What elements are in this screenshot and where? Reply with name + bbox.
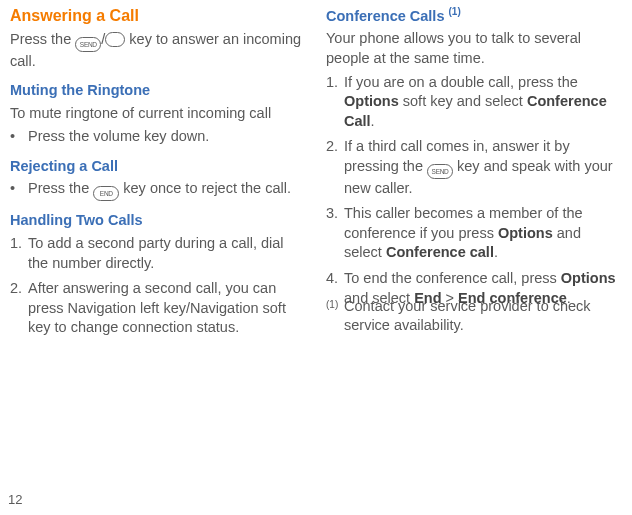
heading-answering-call: Answering a Call [10,5,306,27]
conference-item-1: 1. If you are on a double call, press th… [326,73,622,132]
send-key-icon: SEND [427,164,453,179]
conference-item-2: 2. If a third call comes in, answer it b… [326,137,622,198]
list-number: 2. [326,137,344,198]
ok-key-icon [105,32,125,47]
heading-conference-sup: (1) [449,6,461,17]
rejecting-a: Press the [28,180,93,196]
rejecting-bullet: • Press the END key once to reject the c… [10,179,306,201]
rejecting-b: key once to reject the call. [119,180,291,196]
footnote: (1) Contact your service provider to che… [326,297,612,336]
c3b: Options [498,225,553,241]
list-number: 1. [10,234,28,273]
conference-item-3: 3. This caller becomes a member of the c… [326,204,622,263]
handling-1-text: To add a second party during a call, dia… [28,234,306,273]
end-key-icon: END [93,186,119,201]
heading-rejecting: Rejecting a Call [10,157,306,177]
rejecting-bullet-text: Press the END key once to reject the cal… [28,179,291,201]
list-number: 1. [326,73,344,132]
muting-bullet: • Press the volume key down. [10,127,306,147]
end-key-label: END [100,190,113,197]
handling-item-1: 1. To add a second party during a call, … [10,234,306,273]
answering-text-a: Press the [10,31,75,47]
column-left: Answering a Call Press the SEND/ key to … [10,5,306,344]
heading-conference-text: Conference Calls [326,8,449,24]
c1e: . [371,113,375,129]
heading-handling: Handling Two Calls [10,211,306,231]
footnote-mark: (1) [326,297,344,336]
bullet-dot: • [10,127,28,147]
c1c: soft key and select [399,93,527,109]
c3e: . [494,244,498,260]
page-number: 12 [8,491,22,509]
c1b: Options [344,93,399,109]
c4b: Options [561,270,616,286]
list-number: 3. [326,204,344,263]
handling-item-2: 2. After answering a second call, you ca… [10,279,306,338]
page: Answering a Call Press the SEND/ key to … [0,0,632,354]
conference-intro: Your phone allows you to talk to several… [326,29,622,68]
handling-2-text: After answering a second call, you can p… [28,279,306,338]
send-key-icon: SEND [75,37,101,52]
conference-1-text: If you are on a double call, press the O… [344,73,622,132]
c3d: Conference call [386,244,494,260]
heading-conference: Conference Calls (1) [326,5,622,26]
c4a: To end the conference call, press [344,270,561,286]
list-number: 2. [10,279,28,338]
bullet-dot: • [10,179,28,201]
c1a: If you are on a double call, press the [344,74,578,90]
heading-muting: Muting the Ringtone [10,81,306,101]
footnote-mark-text: (1) [326,299,338,310]
send-key-label: SEND [80,41,97,48]
conference-3-text: This caller becomes a member of the conf… [344,204,622,263]
send-key-label2: SEND [432,168,449,175]
muting-text: To mute ringtone of current incoming cal… [10,104,306,124]
footnote-text: Contact your service provider to check s… [344,297,612,336]
conference-2-text: If a third call comes in, answer it by p… [344,137,622,198]
muting-bullet-text: Press the volume key down. [28,127,209,147]
column-right: Conference Calls (1) Your phone allows y… [326,5,622,344]
answering-text: Press the SEND/ key to answer an incomin… [10,30,306,72]
